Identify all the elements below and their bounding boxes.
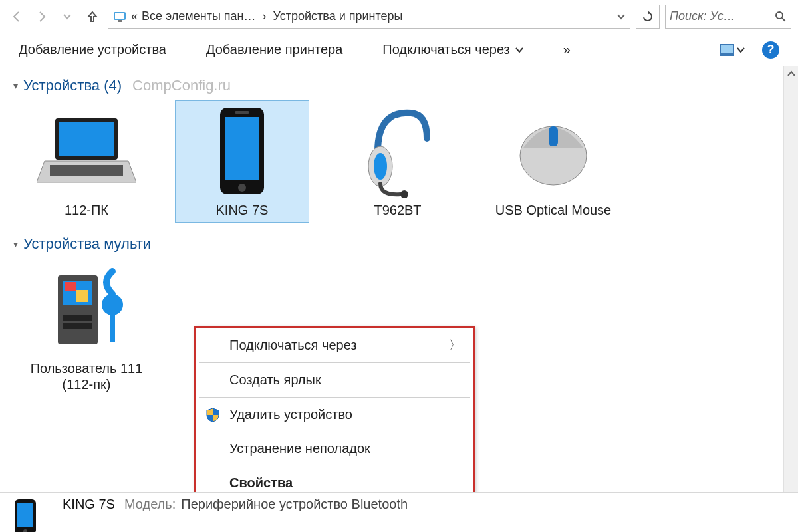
- svg-rect-11: [225, 117, 259, 180]
- svg-rect-18: [549, 126, 558, 146]
- phone-icon: [192, 105, 292, 198]
- breadcrumb-segment-0[interactable]: Все элементы пан…: [142, 9, 256, 23]
- details-phone-icon: [9, 498, 51, 532]
- svg-rect-2: [118, 20, 122, 22]
- details-pane: KING 7S Модель: Периферийное устройство …: [0, 492, 798, 532]
- content-pane: ▾ Устройства (4) CompConfig.ru 112-ПК: [0, 66, 798, 492]
- device-label: Пользователь 111 (112-пк): [24, 360, 149, 392]
- chevron-right-icon: 〉: [449, 337, 461, 353]
- svg-point-15: [374, 153, 387, 180]
- overflow-button[interactable]: »: [563, 42, 571, 57]
- recent-dropdown[interactable]: [57, 7, 77, 27]
- chevron-down-icon: [515, 46, 523, 54]
- device-t962bt[interactable]: T962BT: [331, 101, 464, 222]
- vertical-scrollbar[interactable]: [783, 66, 798, 492]
- group-devices-header[interactable]: ▾ Устройства (4) CompConfig.ru: [13, 77, 785, 94]
- help-button[interactable]: ?: [762, 41, 779, 59]
- search-placeholder: Поиск: Ус…: [670, 9, 735, 23]
- shield-icon: [205, 408, 220, 422]
- svg-rect-22: [76, 290, 88, 302]
- group-devices-title: Устройства (4): [23, 77, 122, 94]
- laptop-icon: [37, 105, 136, 198]
- chevron-down-icon: ▾: [13, 239, 18, 249]
- refresh-button[interactable]: [636, 5, 660, 29]
- svg-rect-9: [50, 165, 123, 176]
- svg-rect-23: [63, 315, 92, 321]
- svg-point-16: [400, 190, 408, 198]
- chevron-down-icon: [737, 46, 745, 54]
- svg-point-3: [776, 12, 783, 19]
- scroll-up-icon[interactable]: [784, 66, 798, 81]
- ctx-connect-via[interactable]: Подключаться через 〉: [196, 328, 473, 362]
- group-multimedia-header[interactable]: ▾ Устройства мульти: [13, 235, 785, 253]
- device-112-pk[interactable]: 112-ПК: [20, 101, 153, 222]
- devices-grid: 112-ПК KING 7S: [20, 101, 785, 222]
- breadcrumb-segment-1[interactable]: Устройства и принтеры: [273, 9, 403, 23]
- device-label: USB Optical Mouse: [495, 202, 612, 218]
- chevron-down-icon[interactable]: [616, 12, 626, 21]
- device-label: T962BT: [374, 202, 421, 218]
- up-button[interactable]: [82, 7, 102, 27]
- ctx-properties[interactable]: Свойства: [196, 466, 473, 492]
- ctx-create-shortcut[interactable]: Создать ярлык: [196, 363, 473, 397]
- command-bar: Добавление устройства Добавление принтер…: [0, 33, 798, 66]
- search-box[interactable]: Поиск: Ус…: [665, 5, 791, 29]
- media-server-icon: [37, 263, 136, 356]
- svg-rect-8: [59, 122, 114, 156]
- address-bar: « Все элементы пан… › Устройства и принт…: [0, 0, 798, 33]
- svg-rect-1: [115, 13, 124, 19]
- device-label: 112-ПК: [65, 202, 108, 218]
- svg-rect-28: [17, 503, 33, 527]
- ctx-remove-device[interactable]: Удалить устройство: [196, 398, 473, 432]
- breadcrumb-prefix: «: [131, 9, 138, 23]
- svg-point-12: [238, 184, 246, 192]
- breadcrumb[interactable]: « Все элементы пан… › Устройства и принт…: [108, 5, 630, 29]
- headset-icon: [348, 105, 448, 198]
- watermark-text: CompConfig.ru: [132, 77, 231, 94]
- add-printer-button[interactable]: Добавление принтера: [206, 42, 342, 57]
- details-model-value: Периферийное устройство Bluetooth: [181, 497, 408, 512]
- ctx-troubleshoot[interactable]: Устранение неполадок: [196, 432, 473, 466]
- thumbnails-icon: [720, 44, 734, 56]
- view-options-button[interactable]: [720, 44, 745, 56]
- mouse-icon: [503, 105, 603, 198]
- context-menu: Подключаться через 〉 Создать ярлык Удали…: [194, 326, 475, 492]
- connect-via-button[interactable]: Подключаться через: [382, 42, 523, 57]
- add-device-button[interactable]: Добавление устройства: [19, 42, 166, 57]
- details-model-label: Модель:: [124, 497, 176, 512]
- forward-button[interactable]: [32, 7, 52, 27]
- svg-rect-6: [721, 45, 733, 53]
- svg-rect-24: [63, 323, 92, 329]
- device-media-server[interactable]: Пользователь 111 (112-пк): [20, 259, 153, 396]
- svg-line-4: [782, 18, 785, 21]
- chevron-right-icon: ›: [263, 9, 267, 23]
- svg-rect-21: [65, 282, 76, 291]
- device-label: KING 7S: [216, 202, 269, 218]
- device-king-7s[interactable]: KING 7S: [176, 101, 309, 222]
- svg-rect-26: [110, 314, 115, 342]
- search-icon[interactable]: [775, 11, 787, 23]
- group-multimedia-title: Устройства мульти: [23, 235, 151, 253]
- svg-rect-13: [235, 111, 249, 114]
- chevron-down-icon: ▾: [13, 80, 18, 91]
- device-usb-mouse[interactable]: USB Optical Mouse: [487, 101, 620, 222]
- details-title: KING 7S: [63, 497, 115, 512]
- back-button[interactable]: [7, 7, 27, 27]
- control-panel-icon: [112, 9, 127, 24]
